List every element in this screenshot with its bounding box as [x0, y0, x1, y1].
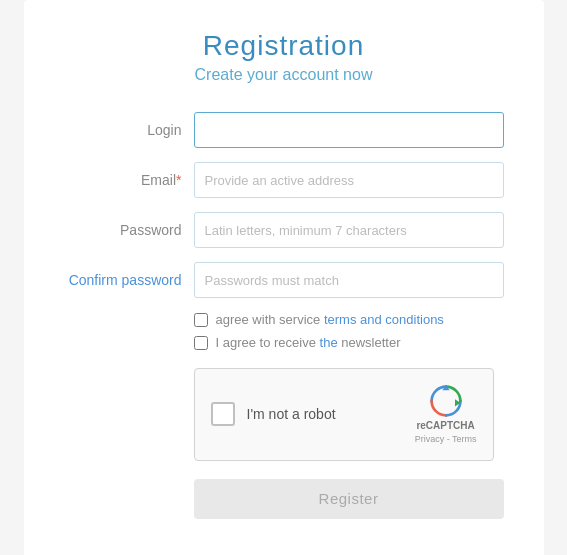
- confirm-password-row: Confirm password: [64, 262, 504, 298]
- newsletter-checkbox-row: I agree to receive the newsletter: [194, 335, 504, 350]
- register-button[interactable]: Register: [194, 479, 504, 519]
- terms-label-prefix: agree with service: [216, 312, 321, 327]
- login-input[interactable]: [194, 112, 504, 148]
- email-input[interactable]: [194, 162, 504, 198]
- email-label: Email*: [64, 172, 194, 188]
- newsletter-link[interactable]: the: [320, 335, 338, 350]
- page-subtitle: Create your account now: [64, 66, 504, 84]
- confirm-password-label: Confirm password: [64, 272, 194, 288]
- captcha-label: I'm not a robot: [247, 406, 336, 422]
- login-label: Login: [64, 122, 194, 138]
- captcha-right: reCAPTCHA Privacy - Terms: [415, 383, 477, 446]
- terms-checkbox-row: agree with service terms and conditions: [194, 312, 504, 327]
- password-label: Password: [64, 222, 194, 238]
- page-title: Registration: [64, 30, 504, 62]
- newsletter-checkbox[interactable]: [194, 336, 208, 350]
- captcha-branding: reCAPTCHA Privacy - Terms: [415, 419, 477, 446]
- registration-form: Registration Create your account now Log…: [24, 0, 544, 555]
- password-row: Password: [64, 212, 504, 248]
- captcha-left: I'm not a robot: [211, 402, 336, 426]
- login-row: Login: [64, 112, 504, 148]
- terms-checkbox[interactable]: [194, 313, 208, 327]
- checkboxes-area: agree with service terms and conditions …: [194, 312, 504, 350]
- captcha-checkbox[interactable]: [211, 402, 235, 426]
- recaptcha-icon: [428, 383, 464, 419]
- captcha-box[interactable]: I'm not a robot reCAPTCHA Privacy - Term…: [194, 368, 494, 461]
- terms-link[interactable]: terms and conditions: [324, 312, 444, 327]
- password-input[interactable]: [194, 212, 504, 248]
- captcha-area: I'm not a robot reCAPTCHA Privacy - Term…: [194, 368, 504, 461]
- email-row: Email*: [64, 162, 504, 198]
- confirm-password-input[interactable]: [194, 262, 504, 298]
- newsletter-label: I agree to receive the newsletter: [216, 335, 401, 350]
